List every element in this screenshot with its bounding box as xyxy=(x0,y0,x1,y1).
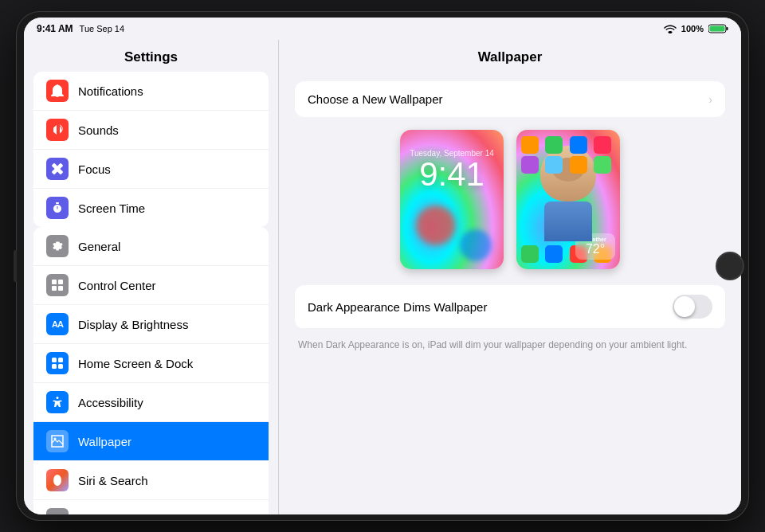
notifications-label: Notifications xyxy=(78,84,143,98)
focus-icon xyxy=(46,158,69,180)
battery-icon xyxy=(708,24,728,33)
dark-appearance-card: Dark Appearance Dims Wallpaper xyxy=(295,285,725,329)
sidebar-item-siri[interactable]: Siri & Search xyxy=(33,461,269,500)
sidebar-item-notifications[interactable]: Notifications xyxy=(33,72,269,111)
dark-appearance-label: Dark Appearance Dims Wallpaper xyxy=(308,300,487,314)
sidebar-section-1: Notifications Sounds Focus xyxy=(33,72,269,227)
svg-rect-11 xyxy=(58,358,63,362)
toggle-knob xyxy=(674,296,695,317)
home-button[interactable] xyxy=(716,252,744,280)
wallpaper-label: Wallpaper xyxy=(78,435,131,448)
home-screen-preview[interactable]: Weather 72° xyxy=(516,130,620,269)
sidebar-item-display[interactable]: AA Display & Brightness xyxy=(33,305,269,344)
choose-wallpaper-label: Choose a New Wallpaper xyxy=(308,92,443,106)
dark-appearance-row: Dark Appearance Dims Wallpaper xyxy=(295,285,725,329)
focus-label: Focus xyxy=(78,162,111,176)
svg-rect-13 xyxy=(58,364,63,369)
sidebar-section-2: General Control Center AA Display & Brig… xyxy=(33,227,269,514)
battery-percent: 100% xyxy=(681,24,704,33)
dark-appearance-toggle[interactable] xyxy=(673,295,712,319)
status-bar: 9:41 AM Tue Sep 14 100% xyxy=(24,18,741,40)
accessibility-icon xyxy=(46,391,69,413)
sidebar-item-accessibility[interactable]: Accessibility xyxy=(33,383,269,422)
status-date: Tue Sep 14 xyxy=(80,24,124,33)
wallpaper-icon xyxy=(46,430,69,452)
status-icons: 100% xyxy=(664,24,728,33)
status-time: 9:41 AM xyxy=(37,23,73,34)
siri-label: Siri & Search xyxy=(78,474,148,487)
general-label: General xyxy=(78,240,120,253)
sidebar-item-general[interactable]: General xyxy=(33,227,269,266)
main-title: Wallpaper xyxy=(279,40,741,72)
screen-time-label: Screen Time xyxy=(78,201,145,215)
chevron-right-icon: › xyxy=(708,93,712,106)
svg-rect-9 xyxy=(58,286,63,291)
sidebar-title: Settings xyxy=(24,40,278,72)
apple-pencil-icon xyxy=(46,508,69,514)
svg-rect-12 xyxy=(52,364,57,369)
side-button[interactable] xyxy=(14,250,17,282)
sidebar-item-focus[interactable]: Focus xyxy=(33,150,269,189)
display-label: Display & Brightness xyxy=(78,318,188,331)
wallpaper-section: Choose a New Wallpaper › Tuesday, Septem… xyxy=(279,72,741,371)
svg-point-16 xyxy=(53,475,61,486)
sidebar-item-sounds[interactable]: Sounds xyxy=(33,111,269,150)
sidebar-item-home-screen[interactable]: Home Screen & Dock xyxy=(33,344,269,383)
screen-time-icon xyxy=(46,197,69,219)
svg-rect-2 xyxy=(727,27,728,30)
main-content: Wallpaper Choose a New Wallpaper › Tuesd… xyxy=(279,40,741,514)
wallpaper-previews: Tuesday, September 14 9:41 xyxy=(295,130,725,269)
sounds-icon xyxy=(46,119,69,141)
control-center-icon xyxy=(46,274,69,296)
display-icon: AA xyxy=(46,313,69,335)
lock-screen-preview[interactable]: Tuesday, September 14 9:41 xyxy=(400,130,504,269)
wifi-icon xyxy=(664,24,677,33)
ipad-frame: 9:41 AM Tue Sep 14 100% xyxy=(16,11,749,521)
home-screen-label: Home Screen & Dock xyxy=(78,357,193,370)
sidebar: Settings Notifications Sounds xyxy=(24,40,279,514)
sounds-label: Sounds xyxy=(78,123,119,137)
lock-time: 9:41 xyxy=(419,158,484,191)
control-center-label: Control Center xyxy=(78,279,156,292)
sidebar-item-wallpaper[interactable]: Wallpaper xyxy=(33,422,269,461)
svg-rect-7 xyxy=(58,280,63,284)
choose-wallpaper-row[interactable]: Choose a New Wallpaper › xyxy=(295,81,725,117)
svg-rect-10 xyxy=(52,358,57,362)
content-area: Settings Notifications Sounds xyxy=(24,40,741,514)
home-screen-icon xyxy=(46,352,69,374)
general-icon xyxy=(46,235,69,257)
siri-icon xyxy=(46,469,69,491)
screen: 9:41 AM Tue Sep 14 100% xyxy=(24,18,741,514)
notifications-icon xyxy=(46,80,69,102)
sidebar-item-screen-time[interactable]: Screen Time xyxy=(33,189,269,227)
accessibility-label: Accessibility xyxy=(78,396,143,409)
svg-rect-3 xyxy=(710,26,725,32)
dark-appearance-description: When Dark Appearance is on, iPad will di… xyxy=(295,335,725,362)
apple-pencil-label: Apple Pencil xyxy=(78,513,144,515)
sidebar-item-control-center[interactable]: Control Center xyxy=(33,266,269,305)
svg-rect-4 xyxy=(56,202,59,204)
svg-rect-8 xyxy=(52,286,57,291)
svg-rect-6 xyxy=(52,280,57,284)
sidebar-item-apple-pencil[interactable]: Apple Pencil xyxy=(33,500,269,514)
svg-point-14 xyxy=(57,397,59,399)
